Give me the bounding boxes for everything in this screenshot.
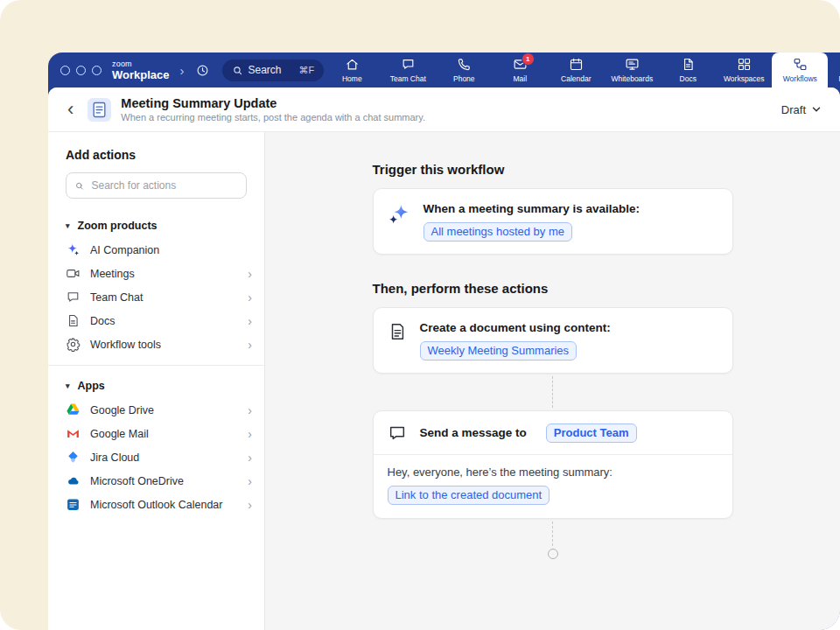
- jira-icon: [66, 450, 81, 465]
- section-header-zoom-products[interactable]: ▾ Zoom products: [48, 213, 264, 238]
- top-navbar: zoom Workplace › Search ⌘F Home: [48, 52, 840, 88]
- sidebar-item-jira-cloud[interactable]: Jira Cloud ›: [48, 445, 264, 469]
- chevron-down-icon: [812, 106, 821, 113]
- trigger-heading: Trigger this workflow: [373, 162, 733, 177]
- search-icon: [74, 180, 85, 192]
- content-sheet: ‹ Meeting Summary Update When a recurrin…: [48, 88, 840, 630]
- onedrive-icon: [66, 473, 81, 488]
- nav-team-chat[interactable]: Team Chat: [380, 52, 436, 88]
- send-message-text: Send a message to: [420, 426, 527, 439]
- home-icon: [345, 57, 360, 72]
- trigger-scope-pill[interactable]: All meetings hosted by me: [424, 222, 572, 242]
- caret-down-icon: ▾: [66, 382, 70, 390]
- zoom-workplace-logo: zoom Workplace: [112, 60, 170, 80]
- workflow-title-block: Meeting Summary Update When a recurring …: [121, 96, 425, 122]
- caret-down-icon: ▾: [66, 221, 70, 230]
- ai-sparkle-icon: [388, 203, 410, 226]
- meetings-icon: [66, 266, 81, 281]
- team-chat-icon: [66, 290, 81, 304]
- message-recipient-pill[interactable]: Product Team: [546, 424, 637, 443]
- section-zoom-products: ▾ Zoom products AI Companion Meetings ›: [48, 213, 264, 356]
- actions-search[interactable]: [66, 172, 247, 199]
- document-content-pill[interactable]: Weekly Meeting Summaries: [420, 341, 578, 360]
- workflows-icon: [793, 57, 808, 72]
- nav-calendar[interactable]: Calendar: [548, 52, 604, 88]
- flow-connector: [552, 376, 553, 408]
- sidebar-item-google-drive[interactable]: Google Drive ›: [48, 398, 264, 422]
- global-search[interactable]: Search ⌘F: [222, 60, 325, 81]
- flow-connector: [552, 522, 553, 546]
- team-chat-icon: [401, 57, 416, 72]
- docs-icon: [681, 57, 696, 72]
- nav-more[interactable]: More: [828, 52, 840, 88]
- search-shortcut: ⌘F: [299, 65, 315, 76]
- chevron-right-icon: ›: [248, 315, 252, 327]
- sidebar-divider: [48, 365, 264, 366]
- nav-phone[interactable]: Phone: [436, 52, 492, 88]
- workspaces-icon: [737, 57, 752, 72]
- sidebar-item-microsoft-onedrive[interactable]: Microsoft OneDrive ›: [48, 469, 264, 493]
- sidebar-item-ai-companion[interactable]: AI Companion: [48, 238, 264, 262]
- search-label: Search: [248, 64, 282, 76]
- status-badge: Draft: [781, 103, 806, 116]
- chevron-right-icon[interactable]: ›: [180, 63, 185, 78]
- page-subtitle: When a recurring meeting starts, post th…: [121, 112, 425, 122]
- docs-icon: [66, 313, 81, 328]
- search-input[interactable]: [90, 178, 239, 192]
- sidebar-item-microsoft-outlook-calendar[interactable]: Microsoft Outlook Calendar ›: [48, 493, 264, 516]
- section-header-apps[interactable]: ▾ Apps: [48, 373, 264, 398]
- primary-nav: Home Team Chat Phone 1 Mail: [324, 52, 840, 88]
- actions-sidebar: Add actions ▾ Zoom products AI Companion: [48, 132, 265, 630]
- workflow-canvas: Trigger this workflow When a meeting sum…: [265, 132, 840, 630]
- whiteboards-icon: [625, 57, 640, 72]
- message-link-pill[interactable]: Link to the created document: [388, 486, 550, 505]
- gear-icon: [66, 337, 81, 352]
- actions-heading: Then, perform these actions: [373, 281, 733, 296]
- nav-workspaces[interactable]: Workspaces: [716, 52, 772, 88]
- chat-bubble-icon: [388, 424, 407, 443]
- chevron-right-icon: ›: [248, 499, 252, 511]
- trigger-text: When a meeting summary is available:: [424, 202, 640, 215]
- sidebar-item-meetings[interactable]: Meetings ›: [48, 262, 264, 285]
- outlook-calendar-icon: [66, 497, 81, 512]
- nav-whiteboards[interactable]: Whiteboards: [604, 52, 660, 88]
- message-body-text: Hey, everyone, here’s the meeting summar…: [388, 466, 718, 479]
- calendar-icon: [569, 57, 584, 72]
- add-step-node[interactable]: [548, 549, 558, 559]
- create-document-text: Create a document using content:: [420, 321, 611, 334]
- mail-badge: 1: [522, 52, 535, 66]
- chevron-right-icon: ›: [248, 475, 252, 487]
- nav-docs[interactable]: Docs: [660, 52, 716, 88]
- status-dropdown[interactable]: Draft: [781, 103, 821, 116]
- chevron-right-icon: ›: [248, 339, 252, 351]
- back-button[interactable]: ‹: [67, 101, 74, 118]
- chevron-right-icon: ›: [248, 291, 252, 304]
- sidebar-item-google-mail[interactable]: Google Mail ›: [48, 422, 264, 445]
- document-icon: [388, 322, 407, 341]
- search-icon: [232, 65, 243, 76]
- chevron-right-icon: ›: [248, 268, 252, 280]
- trigger-card[interactable]: When a meeting summary is available: All…: [373, 188, 733, 255]
- screen: zoom Workplace › Search ⌘F Home: [0, 0, 840, 630]
- google-mail-icon: [66, 426, 81, 441]
- nav-mail[interactable]: 1 Mail: [492, 52, 548, 88]
- nav-workflows[interactable]: Workflows: [772, 52, 828, 88]
- sidebar-item-workflow-tools[interactable]: Workflow tools ›: [48, 332, 264, 356]
- chevron-right-icon: ›: [248, 428, 252, 440]
- history-icon[interactable]: [195, 63, 210, 78]
- sidebar-title: Add actions: [48, 148, 264, 162]
- section-apps: ▾ Apps Google Drive › Google Mail ›: [48, 373, 264, 516]
- sidebar-item-team-chat[interactable]: Team Chat ›: [48, 285, 264, 309]
- chevron-right-icon: ›: [248, 404, 252, 416]
- create-document-card[interactable]: Create a document using content: Weekly …: [373, 307, 733, 374]
- page-title: Meeting Summary Update: [121, 96, 425, 110]
- send-message-card[interactable]: Send a message to Product Team Hey, ever…: [373, 410, 733, 519]
- ai-companion-icon: [66, 242, 81, 257]
- app-window: zoom Workplace › Search ⌘F Home: [48, 52, 840, 630]
- workflow-avatar-icon: [88, 98, 111, 122]
- nav-home[interactable]: Home: [324, 52, 380, 88]
- phone-icon: [457, 57, 472, 72]
- chevron-right-icon: ›: [248, 452, 252, 464]
- window-controls[interactable]: [60, 66, 102, 75]
- sidebar-item-docs[interactable]: Docs ›: [48, 309, 264, 332]
